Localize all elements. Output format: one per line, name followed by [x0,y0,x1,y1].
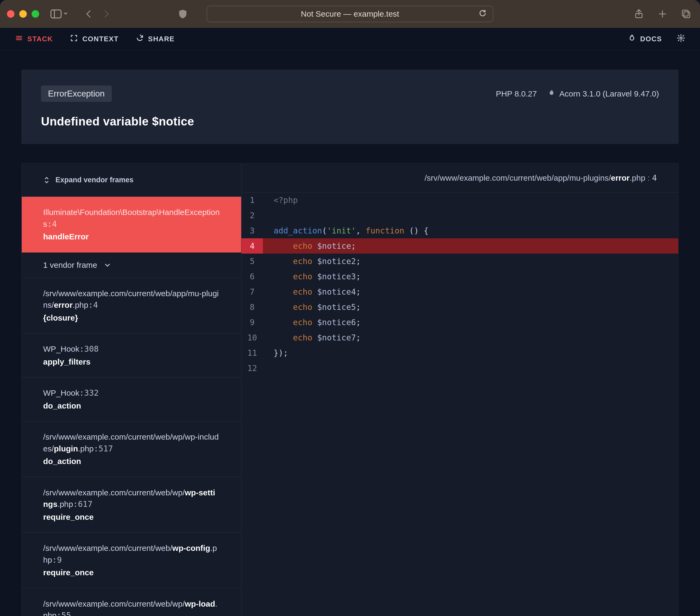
code-line-number: 5 [241,254,263,269]
code-line: 1<?php [241,193,678,208]
window-minimize-button[interactable] [19,10,27,18]
stack-frames-panel: Expand vendor frames Illuminate\Foundati… [22,163,241,616]
code-line: 7 echo $notice4; [241,284,678,299]
code-line-content [263,360,678,376]
code-line-number: 12 [241,360,263,376]
code-line: 5 echo $notice2; [241,254,678,269]
stack-frame-function: {closure} [43,312,220,324]
settings-button[interactable] [677,34,685,44]
framework-version-label: Acorn 3.1.0 (Laravel 9.47.0) [559,89,659,98]
code-line-number: 8 [241,299,263,315]
tab-overview-button[interactable] [679,7,693,21]
stack-frame[interactable]: /srv/www/example.com/current/web/wp-conf… [22,533,241,588]
expand-vendor-frames-button[interactable]: Expand vendor frames [22,163,241,197]
vendor-frames-collapsed[interactable]: 1 vendor frame [22,252,241,278]
code-line: 3add_action('init', function () { [241,223,678,238]
stack-frame[interactable]: WP_Hook:332do_action [22,378,241,421]
code-line-content: echo $notice5; [263,299,678,315]
code-line-number: 2 [241,208,263,223]
traffic-lights [7,10,39,18]
browser-titlebar: Not Secure — example.test [0,0,700,28]
expand-vertical-icon [43,177,50,184]
code-line-content: echo $notice; [263,238,678,254]
tab-share[interactable]: SHARE [136,34,175,44]
svg-point-11 [680,37,682,39]
code-file-path: /srv/www/example.com/current/web/app/mu-… [241,163,678,193]
flame-icon [548,89,555,99]
tab-label: CONTEXT [82,35,118,43]
code-line-number: 7 [241,284,263,299]
address-bar[interactable]: Not Secure — example.test [207,5,493,22]
code-line-content: echo $notice3; [263,269,678,284]
share-button[interactable] [632,7,646,21]
privacy-shield-icon[interactable] [176,7,190,21]
app-menubar: STACKCONTEXTSHARE DOCS [0,28,700,50]
code-line-number: 11 [241,345,263,360]
tab-stack[interactable]: STACK [15,34,53,44]
stack-frame-function: handleError [43,231,220,243]
error-message: Undefined variable $notice [41,115,659,128]
stack-frame[interactable]: WP_Hook:308apply_filters [22,333,241,378]
code-line-content: }); [263,345,678,360]
stack-frame-function: apply_filters [43,356,220,368]
stack-frame[interactable]: /srv/www/example.com/current/web/wp/wp-l… [22,588,241,616]
window-close-button[interactable] [7,10,14,18]
error-summary-card: ErrorException PHP 8.0.27 Acorn 3.1.0 (L… [22,70,678,144]
back-button[interactable] [82,7,96,21]
chevron-down-icon [104,261,111,269]
new-tab-button[interactable] [655,7,670,21]
stack-frame-function: require_once [43,567,220,578]
code-line: 4 echo $notice; [241,238,678,254]
code-line-content: echo $notice2; [263,254,678,269]
svg-rect-6 [684,12,690,18]
code-line-number: 4 [241,238,263,254]
docs-label: DOCS [640,35,662,43]
expand-icon [70,34,78,44]
window-zoom-button[interactable] [32,10,39,18]
tab-context[interactable]: CONTEXT [70,34,118,44]
stack-frame-function: require_once [43,511,220,523]
code-line-number: 10 [241,330,263,345]
gear-icon [677,34,685,44]
code-line-content: echo $notice7; [263,330,678,345]
share-icon [136,34,144,44]
expand-vendor-frames-label: Expand vendor frames [55,176,134,184]
code-line: 10 echo $notice7; [241,330,678,345]
address-bar-text: Not Secure — example.test [301,9,399,19]
svg-rect-5 [682,10,688,16]
code-line-content: <?php [263,193,678,208]
code-line: 9 echo $notice6; [241,315,678,330]
code-line: 8 echo $notice5; [241,299,678,315]
code-line: 6 echo $notice3; [241,269,678,284]
stack-frame[interactable]: /srv/www/example.com/current/web/app/mu-… [22,278,241,334]
docs-link[interactable]: DOCS [628,34,662,44]
code-line-content: echo $notice4; [263,284,678,299]
code-panel: /srv/www/example.com/current/web/app/mu-… [241,163,678,616]
code-line-number: 1 [241,193,263,208]
code-line-content [263,208,678,223]
php-version-label: PHP 8.0.27 [496,89,537,98]
code-line-number: 3 [241,223,263,238]
stack-frame[interactable]: /srv/www/example.com/current/web/wp/wp-i… [22,421,241,477]
sidebar-toggle-button[interactable] [50,9,68,19]
code-line-number: 6 [241,269,263,284]
flame-icon [628,34,636,44]
stack-frame[interactable]: Illuminate\Foundation\Bootstrap\HandleEx… [22,197,241,252]
tab-label: STACK [27,35,53,43]
stack-code-split: Expand vendor frames Illuminate\Foundati… [22,163,678,616]
chevron-down-icon [63,11,68,17]
stack-frame[interactable]: /srv/www/example.com/current/web/wp/wp-s… [22,477,241,533]
stack-frame-function: do_action [43,455,220,467]
stack-frame-function: do_action [43,400,220,412]
svg-rect-0 [51,10,61,18]
reload-button[interactable] [478,9,487,19]
code-line: 2 [241,208,678,223]
forward-button[interactable] [99,7,113,21]
exception-class-chip: ErrorException [41,86,112,102]
stack-icon [15,34,23,44]
code-line: 12 [241,360,678,376]
vendor-frames-collapsed-label: 1 vendor frame [43,261,97,270]
code-line-content: echo $notice6; [263,315,678,330]
code-line: 11}); [241,345,678,360]
code-line-number: 9 [241,315,263,330]
